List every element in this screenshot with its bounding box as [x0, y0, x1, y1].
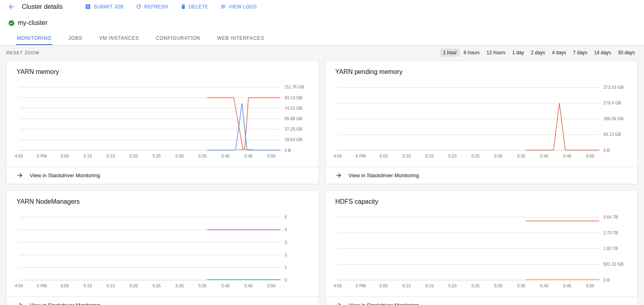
svg-text:5:50: 5:50	[267, 154, 276, 158]
range-2-days[interactable]: 2 days	[528, 49, 548, 57]
svg-text:5:45: 5:45	[244, 283, 253, 288]
svg-text:37.25 GB: 37.25 GB	[285, 127, 302, 131]
svg-text:186.26 GB: 186.26 GB	[603, 116, 623, 121]
refresh-icon	[136, 4, 142, 10]
tab-vm-instances[interactable]: VM INSTANCES	[98, 31, 140, 45]
card-hdfs-capacity: HDFS capacity 3.64 TB2.73 TB1.82 TB931.3…	[325, 190, 638, 305]
svg-text:1: 1	[285, 265, 287, 270]
svg-text:4:55: 4:55	[334, 283, 342, 288]
svg-text:5 PM: 5 PM	[356, 283, 366, 288]
range-30-days[interactable]: 30 days	[615, 49, 638, 57]
svg-text:279.4 GB: 279.4 GB	[603, 100, 621, 105]
svg-text:4: 4	[285, 227, 287, 232]
arrow-left-icon	[8, 3, 15, 10]
svg-text:0 B: 0 B	[603, 148, 610, 153]
svg-text:5:25: 5:25	[471, 154, 480, 158]
yarn-pending-memory-chart: 372.53 GB279.4 GB186.26 GB93.13 GB0 B4:5…	[326, 78, 637, 164]
svg-text:5:30: 5:30	[494, 154, 503, 158]
svg-text:5 PM: 5 PM	[356, 154, 366, 158]
delete-label: DELETE	[189, 4, 208, 10]
svg-text:5:20: 5:20	[130, 283, 138, 288]
svg-text:5:30: 5:30	[175, 154, 184, 158]
view-logs-button[interactable]: VIEW LOGS	[219, 2, 258, 11]
svg-text:5:50: 5:50	[586, 154, 594, 158]
svg-text:111.76 GB: 111.76 GB	[285, 84, 304, 89]
chart-title-yarn-memory: YARN memory	[7, 61, 318, 78]
back-button[interactable]	[6, 2, 16, 12]
svg-text:5:05: 5:05	[61, 154, 69, 158]
delete-button[interactable]: DELETE	[179, 2, 210, 11]
svg-text:5:25: 5:25	[471, 283, 480, 288]
stackdriver-link-label: View in Stackdriver Monitoring	[30, 302, 100, 305]
svg-text:5:45: 5:45	[563, 283, 572, 288]
svg-text:5:15: 5:15	[107, 283, 115, 288]
svg-text:0 B: 0 B	[603, 278, 610, 282]
yarn-nodemanagers-chart: 5432104:555 PM5:055:105:155:205:255:305:…	[7, 208, 318, 294]
svg-text:5:25: 5:25	[153, 283, 161, 288]
submit-job-icon	[85, 4, 91, 10]
tab-jobs[interactable]: JOBS	[68, 31, 83, 45]
card-yarn-pending-memory: YARN pending memory 372.53 GB279.4 GB186…	[325, 61, 638, 184]
refresh-label: REFRESH	[144, 4, 168, 10]
svg-text:5:20: 5:20	[448, 154, 457, 158]
range-1-day[interactable]: 1 day	[510, 49, 527, 57]
svg-text:5:35: 5:35	[198, 154, 207, 158]
range-7-days[interactable]: 7 days	[570, 49, 590, 57]
svg-text:5:35: 5:35	[198, 283, 207, 288]
svg-text:5:10: 5:10	[402, 283, 411, 288]
svg-text:5:50: 5:50	[267, 283, 276, 288]
view-logs-label: VIEW LOGS	[229, 4, 257, 10]
svg-text:4:55: 4:55	[334, 154, 342, 158]
range-12-hours[interactable]: 12 hours	[484, 49, 508, 57]
range-6-hours[interactable]: 6 hours	[461, 49, 483, 57]
svg-text:5:05: 5:05	[61, 283, 69, 288]
delete-icon	[180, 4, 186, 10]
svg-text:5:05: 5:05	[380, 154, 388, 158]
arrow-forward-icon	[335, 172, 342, 179]
svg-text:5 PM: 5 PM	[37, 283, 47, 288]
svg-text:5:30: 5:30	[175, 283, 184, 288]
zoom-bar: RESET ZOOM 1 hour 6 hours 12 hours 1 day…	[0, 45, 644, 60]
svg-text:5:20: 5:20	[130, 154, 138, 158]
range-4-days[interactable]: 4 days	[549, 49, 569, 57]
svg-text:5:10: 5:10	[84, 283, 92, 288]
stackdriver-link-label: View in Stackdriver Monitoring	[349, 302, 419, 305]
stackdriver-link[interactable]: View in Stackdriver Monitoring	[326, 297, 637, 305]
svg-text:0 B: 0 B	[285, 148, 291, 153]
svg-text:5 PM: 5 PM	[37, 154, 47, 158]
tab-configuration[interactable]: CONFIGURATION	[155, 31, 201, 45]
svg-text:5:35: 5:35	[517, 154, 526, 158]
svg-text:5:50: 5:50	[586, 283, 594, 288]
svg-text:372.53 GB: 372.53 GB	[603, 85, 623, 90]
svg-text:5:40: 5:40	[540, 154, 549, 158]
svg-text:74.51 GB: 74.51 GB	[285, 106, 302, 111]
stackdriver-link[interactable]: View in Stackdriver Monitoring	[7, 167, 318, 184]
stackdriver-link[interactable]: View in Stackdriver Monitoring	[7, 297, 318, 305]
stackdriver-link-label: View in Stackdriver Monitoring	[349, 172, 419, 178]
refresh-button[interactable]: REFRESH	[134, 2, 169, 11]
range-1-hour[interactable]: 1 hour	[440, 49, 460, 57]
chart-title-yarn-pending-memory: YARN pending memory	[326, 61, 637, 78]
svg-text:0: 0	[285, 278, 287, 282]
stackdriver-link-label: View in Stackdriver Monitoring	[30, 172, 100, 178]
arrow-forward-icon	[17, 302, 23, 305]
svg-text:5:35: 5:35	[517, 283, 526, 288]
submit-job-button[interactable]: SUBMIT JOB	[83, 2, 125, 11]
svg-text:5:10: 5:10	[84, 154, 92, 158]
stackdriver-link[interactable]: View in Stackdriver Monitoring	[326, 167, 637, 184]
tab-web-interfaces[interactable]: WEB INTERFACES	[216, 31, 265, 45]
reset-zoom-button[interactable]: RESET ZOOM	[6, 50, 39, 55]
svg-text:5:15: 5:15	[107, 154, 115, 158]
range-14-days[interactable]: 14 days	[591, 49, 614, 57]
tab-monitoring[interactable]: MONITORING	[16, 31, 52, 45]
chart-title-yarn-nodemanagers: YARN NodeManagers	[7, 191, 318, 208]
svg-text:5:45: 5:45	[244, 154, 253, 158]
page-title: Cluster details	[22, 3, 62, 10]
svg-text:2: 2	[285, 252, 287, 257]
svg-text:5:20: 5:20	[448, 283, 457, 288]
arrow-forward-icon	[17, 172, 23, 179]
tab-bar: MONITORING JOBS VM INSTANCES CONFIGURATI…	[0, 31, 644, 45]
svg-text:5:40: 5:40	[221, 283, 230, 288]
svg-text:18.63 GB: 18.63 GB	[285, 137, 302, 142]
svg-text:1.82 TB: 1.82 TB	[603, 246, 618, 251]
